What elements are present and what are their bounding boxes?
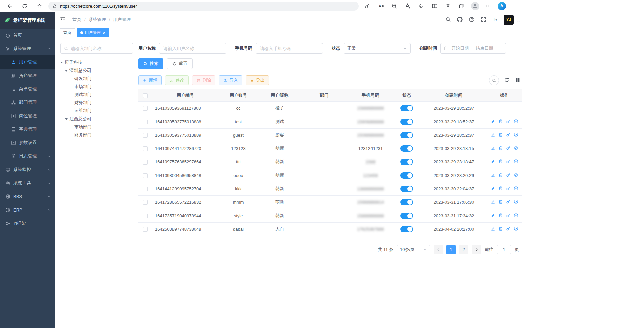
tree-node[interactable]: 深圳总公司 — [60, 66, 133, 75]
table-refresh-button[interactable] — [504, 77, 510, 83]
browser-refresh-button[interactable] — [19, 1, 30, 11]
github-icon[interactable] — [457, 17, 463, 23]
row-edit-icon[interactable] — [491, 132, 495, 137]
department-search-input[interactable] — [71, 46, 129, 51]
tree-node[interactable]: 财务部门 — [60, 131, 133, 139]
column-header[interactable]: 部门 — [301, 89, 348, 101]
status-select[interactable]: 正常 — [344, 43, 411, 54]
add-button[interactable]: 新增 — [138, 75, 162, 85]
phone-input[interactable] — [256, 43, 323, 54]
row-assign-role-icon[interactable] — [514, 186, 518, 191]
sidebar-item-param-settings[interactable]: 参数设置 — [0, 136, 55, 149]
row-reset-password-icon[interactable] — [506, 159, 511, 164]
row-reset-password-icon[interactable] — [506, 213, 511, 218]
tree-node[interactable]: 研发部门 — [60, 75, 133, 83]
row-edit-icon[interactable] — [491, 119, 495, 124]
row-checkbox[interactable] — [143, 214, 148, 218]
address-bar[interactable]: https://ccnetcore.com:1101/system/user — [48, 2, 359, 11]
goto-page-input[interactable] — [497, 245, 511, 254]
browser-profile-avatar[interactable] — [468, 1, 482, 11]
app-logo[interactable]: 意框架管理系统 — [0, 12, 55, 29]
tree-node[interactable]: 测试部门 — [60, 91, 133, 99]
edit-button[interactable]: 修改 — [165, 75, 189, 85]
sidebar-item-post-mgmt[interactable]: 岗位管理 — [0, 109, 55, 123]
collections-icon[interactable] — [455, 1, 468, 11]
breadcrumb-item[interactable]: 用户管理 — [106, 17, 131, 23]
browser-more-icon[interactable] — [482, 1, 495, 11]
tree-node[interactable]: 市场部门 — [60, 123, 133, 131]
row-checkbox[interactable] — [143, 120, 148, 124]
favorites-bar-icon[interactable] — [441, 1, 455, 11]
header-search-icon[interactable] — [445, 17, 451, 23]
row-assign-role-icon[interactable] — [514, 173, 518, 177]
page-number-button[interactable]: 1 — [446, 245, 456, 254]
row-edit-icon[interactable] — [491, 159, 495, 164]
select-all-checkbox[interactable] — [143, 93, 148, 98]
row-assign-role-icon[interactable] — [514, 132, 518, 137]
row-assign-role-icon[interactable] — [514, 159, 518, 164]
row-assign-role-icon[interactable] — [514, 119, 518, 124]
next-page-button[interactable] — [472, 245, 481, 254]
tree-node[interactable]: 运维部门 — [60, 107, 133, 115]
tree-node[interactable]: 橙子科技 — [60, 58, 133, 66]
column-header[interactable]: 创建时间 — [420, 89, 487, 101]
row-reset-password-icon[interactable] — [506, 199, 511, 204]
view-tab[interactable]: 首页 — [60, 28, 75, 37]
read-aloud-icon[interactable] — [374, 1, 388, 11]
column-header[interactable]: 用户编号 — [152, 89, 218, 101]
row-checkbox[interactable] — [143, 133, 148, 138]
copilot-icon[interactable]: b — [495, 1, 508, 11]
row-delete-icon[interactable] — [498, 186, 503, 191]
sidebar-item-user-mgmt[interactable]: 用户管理 — [0, 55, 55, 69]
row-edit-icon[interactable] — [491, 226, 495, 231]
status-toggle[interactable] — [400, 213, 413, 219]
row-checkbox[interactable] — [143, 173, 148, 178]
sidebar-item-dept-mgmt[interactable]: 部门管理 — [0, 96, 55, 109]
sidebar-item-yi-framework[interactable]: Yi框架 — [0, 217, 55, 230]
status-toggle[interactable] — [400, 172, 413, 179]
table-search-button[interactable] — [489, 75, 499, 85]
status-toggle[interactable] — [400, 132, 413, 138]
sidebar-item-system-mgmt[interactable]: 系统管理 — [0, 42, 55, 55]
row-assign-role-icon[interactable] — [514, 226, 518, 231]
status-toggle[interactable] — [400, 186, 413, 192]
user-avatar[interactable]: YJ — [504, 15, 514, 25]
row-checkbox[interactable] — [143, 187, 148, 191]
row-reset-password-icon[interactable] — [506, 146, 511, 150]
row-checkbox[interactable] — [143, 146, 148, 151]
row-reset-password-icon[interactable] — [506, 132, 511, 137]
row-delete-icon[interactable] — [498, 213, 503, 218]
add-favorite-icon[interactable] — [401, 1, 414, 11]
row-delete-icon[interactable] — [498, 199, 503, 204]
sidebar-item-bbs[interactable]: BBS — [0, 190, 55, 203]
username-input[interactable] — [159, 43, 226, 54]
status-toggle[interactable] — [400, 199, 413, 205]
sidebar-item-system-monitor[interactable]: 系统监控 — [0, 163, 55, 176]
export-button[interactable]: 导出 — [246, 75, 269, 85]
breadcrumb-item[interactable]: 系统管理 — [81, 17, 106, 23]
row-edit-icon[interactable] — [491, 146, 495, 150]
tree-node[interactable]: 江西总公司 — [60, 115, 133, 123]
row-checkbox[interactable] — [143, 160, 148, 165]
view-tab[interactable]: 用户管理 — [77, 28, 109, 37]
sidebar-item-home[interactable]: 首页 — [0, 29, 55, 42]
row-assign-role-icon[interactable] — [514, 199, 518, 204]
help-icon[interactable] — [468, 17, 475, 23]
row-reset-password-icon[interactable] — [506, 226, 511, 231]
sidebar-item-dict-mgmt[interactable]: 字典管理 — [0, 123, 55, 136]
column-header[interactable]: 状态 — [393, 89, 420, 101]
column-settings-button[interactable] — [515, 77, 521, 83]
sidebar-item-role-mgmt[interactable]: 角色管理 — [0, 69, 55, 82]
avatar-dropdown-caret-icon[interactable] — [517, 20, 521, 24]
breadcrumb-item[interactable]: 首页 — [72, 17, 81, 23]
extensions-icon[interactable] — [414, 1, 428, 11]
split-screen-icon[interactable] — [428, 1, 441, 11]
fullscreen-icon[interactable] — [480, 17, 486, 23]
row-delete-icon[interactable] — [498, 159, 503, 164]
browser-back-button[interactable] — [4, 1, 15, 11]
status-toggle[interactable] — [400, 226, 413, 232]
date-range-picker[interactable]: 开始日期 - 结束日期 — [440, 43, 506, 54]
row-delete-icon[interactable] — [498, 173, 503, 177]
status-toggle[interactable] — [400, 105, 413, 111]
row-delete-icon[interactable] — [498, 132, 503, 137]
